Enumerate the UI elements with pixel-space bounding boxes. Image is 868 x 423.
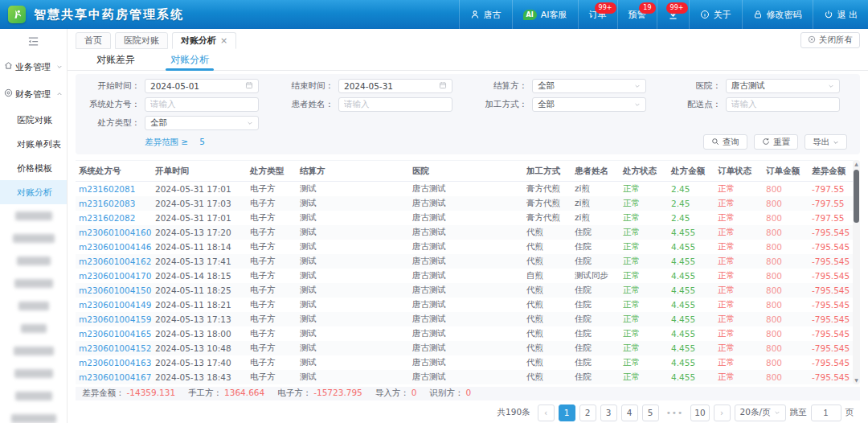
about-button[interactable]: 关于: [689, 0, 742, 29]
subtab-对账分析[interactable]: 对账分析: [170, 49, 209, 70]
tab-close-icon[interactable]: ×: [220, 35, 227, 46]
jump-page-input[interactable]: [811, 405, 841, 421]
sidebar-item-医院对账[interactable]: 医院对账: [0, 108, 67, 132]
table-row[interactable]: m2306010041462024-05-11 18:14电子方测试唐古测试代煎…: [76, 240, 854, 254]
prescription-no-link[interactable]: m231602082: [76, 211, 152, 225]
prev-page-button[interactable]: ‹: [538, 405, 555, 421]
sidebar-item-redacted[interactable]: [0, 384, 67, 407]
settlement-select[interactable]: 全部: [532, 79, 646, 93]
prescription-no-link[interactable]: m230601004163: [76, 355, 152, 370]
prescription-no-link[interactable]: m231602083: [76, 196, 152, 211]
table-cell: 2024-05-13 17:20: [152, 225, 247, 240]
table-row[interactable]: m2306010041632024-05-13 17:40电子方测试唐古测试代煎…: [76, 355, 854, 370]
prescription-no-link[interactable]: m230601004160: [76, 225, 152, 240]
table-cell: 测试: [297, 211, 409, 225]
prescription-no-link[interactable]: m230601004170: [76, 269, 152, 283]
table-cell: 4.455: [668, 269, 714, 283]
table-row[interactable]: m2316020832024-05-31 17:03电子方测试唐古测试膏方代煎z…: [76, 196, 854, 211]
sidebar-item-redacted[interactable]: [0, 317, 67, 339]
prescription-no-input[interactable]: 请输入: [145, 97, 259, 112]
page-button-4[interactable]: 4: [621, 405, 638, 421]
patient-name-input[interactable]: 请输入: [338, 97, 452, 112]
table-row[interactable]: m2306010041502024-05-11 18:25电子方测试唐古测试代煎…: [76, 283, 854, 298]
table-scrollbar[interactable]: ▲ ▼: [853, 160, 860, 384]
table-cell: 代煎: [523, 254, 571, 269]
sidebar-item-对账分析[interactable]: 对账分析: [0, 180, 67, 204]
sidebar-item-redacted[interactable]: [0, 339, 67, 362]
table-row[interactable]: m2306010041492024-05-11 18:21电子方测试唐古测试代煎…: [76, 298, 854, 312]
tab-首页[interactable]: 首页: [76, 32, 111, 49]
page-button-10[interactable]: 10: [690, 405, 709, 421]
prescription-no-link[interactable]: m230601004149: [76, 298, 152, 312]
table-cell: 正常: [714, 312, 763, 326]
column-header: 订单状态: [714, 161, 763, 182]
table-row[interactable]: m2316020822024-05-31 17:01电子方测试唐古测试膏方代煎z…: [76, 211, 854, 225]
prescription-type-select[interactable]: 全部: [145, 116, 259, 130]
table-row[interactable]: m2306010041702024-05-14 18:15电子方测试唐古测试自煎…: [76, 269, 854, 283]
page-button-1[interactable]: 1: [559, 405, 575, 421]
end-date-input[interactable]: 2024-05-31: [338, 79, 452, 93]
sidebar-item-redacted[interactable]: [0, 294, 67, 317]
delivery-point-input[interactable]: 请输入: [726, 97, 840, 112]
table-row[interactable]: m2306010041652024-05-13 18:00电子方测试唐古测试代煎…: [76, 326, 854, 341]
sidebar-item-redacted[interactable]: [0, 227, 67, 249]
table-cell: 2024-05-31 17:03: [152, 196, 247, 211]
search-button[interactable]: 查询: [703, 134, 747, 150]
table-row[interactable]: m2306010041602024-05-13 17:20电子方测试唐古测试代煎…: [76, 225, 854, 240]
prescription-no-link[interactable]: m230601004162: [76, 254, 152, 269]
sidebar-item-价格模板[interactable]: 价格模板: [0, 156, 67, 180]
prescription-no-link[interactable]: m230601004167: [76, 370, 152, 384]
scroll-up-icon[interactable]: ▲: [853, 160, 860, 168]
processing-select[interactable]: 全部: [532, 97, 646, 112]
table-row[interactable]: m2306010041672024-05-13 18:43电子方测试唐古测试代煎…: [76, 370, 854, 384]
tab-对账分析[interactable]: 对账分析×: [172, 32, 236, 49]
sidebar-collapse-button[interactable]: [0, 29, 67, 53]
prescription-no-link[interactable]: m230601004165: [76, 326, 152, 341]
export-button[interactable]: 导出: [805, 134, 847, 150]
prescription-no-link[interactable]: m231602081: [76, 182, 152, 196]
user-menu[interactable]: 唐古: [459, 0, 512, 29]
table-row[interactable]: m2316020812024-05-31 17:01电子方测试唐古测试膏方代煎z…: [76, 182, 854, 196]
table-row[interactable]: m2306010041622024-05-13 17:41电子方测试唐古测试代煎…: [76, 254, 854, 269]
prescription-no-link[interactable]: m230601004146: [76, 240, 152, 254]
diff-range-link[interactable]: 差异范围 ≥ 5: [145, 137, 205, 148]
table-cell: 正常: [714, 254, 763, 269]
table-cell: 4.455: [668, 355, 714, 370]
start-date-input[interactable]: 2024-05-01: [145, 79, 259, 93]
close-all-tabs-button[interactable]: 关闭所有: [800, 32, 860, 48]
change-password-button[interactable]: 修改密码: [742, 0, 813, 29]
sidebar-item-redacted[interactable]: [0, 249, 67, 272]
table-row[interactable]: m2306010041522024-05-13 10:48电子方测试唐古测试代煎…: [76, 341, 854, 355]
page-button-3[interactable]: 3: [600, 405, 617, 421]
download-button[interactable]: 99+: [657, 0, 689, 29]
tab-医院对账[interactable]: 医院对账: [115, 32, 168, 49]
table-cell: 800: [763, 196, 809, 211]
ai-service-button[interactable]: AI AI客服: [512, 0, 578, 29]
prescription-no-link[interactable]: m230601004152: [76, 341, 152, 355]
sidebar-item-对账单列表[interactable]: 对账单列表: [0, 132, 67, 156]
scrollbar-thumb[interactable]: [854, 170, 859, 223]
table-row[interactable]: m2306010041592024-05-13 17:13电子方测试唐古测试代煎…: [76, 312, 854, 326]
orders-button[interactable]: 订单 99+: [578, 0, 617, 29]
page-button-5[interactable]: 5: [642, 405, 659, 421]
sidebar-item-redacted[interactable]: [0, 407, 67, 423]
logout-button[interactable]: 退 出: [813, 0, 868, 29]
table-cell: 测试: [297, 341, 409, 355]
sidebar-item-redacted[interactable]: [0, 204, 67, 227]
sidebar-item-redacted[interactable]: [0, 362, 67, 384]
hospital-select[interactable]: 唐古测试: [726, 79, 840, 93]
next-page-button[interactable]: ›: [714, 405, 731, 421]
sidebar-group-business[interactable]: 业务管理: [0, 53, 67, 80]
page-button-2[interactable]: 2: [579, 405, 596, 421]
sidebar-item-redacted[interactable]: [0, 272, 67, 294]
table-cell: 电子方: [247, 196, 297, 211]
reset-button[interactable]: 重置: [754, 134, 798, 150]
sidebar-group-finance[interactable]: 财务管理: [0, 80, 67, 108]
alerts-button[interactable]: 预警 19: [617, 0, 657, 29]
page-size-select[interactable]: 20条/页: [735, 405, 786, 421]
subtab-对账差异[interactable]: 对账差异: [96, 49, 135, 70]
sub-tab-bar: 对账差异对账分析: [68, 49, 868, 71]
prescription-no-link[interactable]: m230601004150: [76, 283, 152, 298]
scroll-down-icon[interactable]: ▼: [853, 376, 860, 384]
prescription-no-link[interactable]: m230601004159: [76, 312, 152, 326]
